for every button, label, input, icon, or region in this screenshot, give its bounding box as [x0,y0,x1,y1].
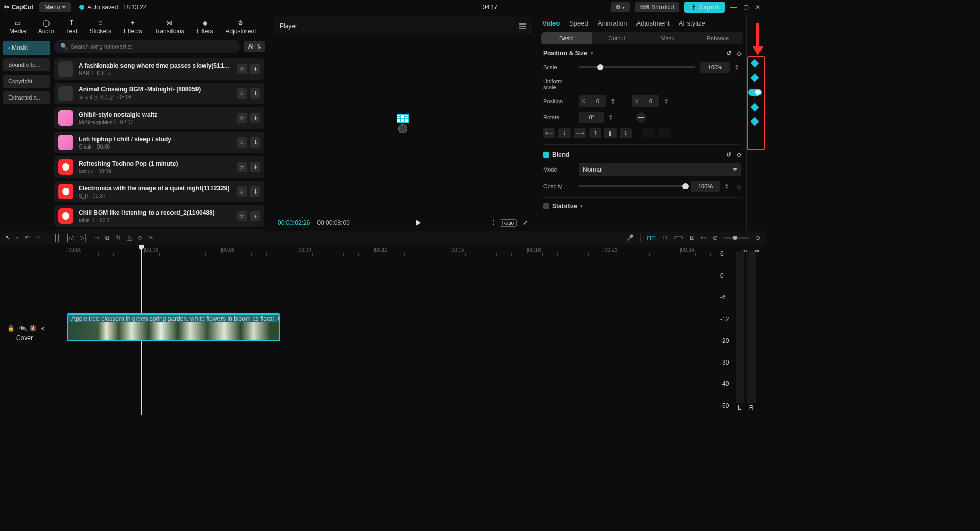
timeline-ruler[interactable]: |00:00|00:03|00:06|00:09|00:12|00:15|00:… [49,245,717,257]
rotate-stepper[interactable] [609,112,616,123]
kf-toggle[interactable] [748,89,762,96]
subtab-enhance[interactable]: Enhance [693,32,743,44]
category-music[interactable]: • Music [3,41,50,55]
menu-button[interactable]: Menu [39,2,71,12]
stabilize-checkbox[interactable] [543,203,549,209]
reset-icon[interactable]: ↺ [726,50,731,57]
opacity-value[interactable]: 100% [691,181,720,192]
zoom-out[interactable]: ⊖ [713,234,718,242]
preview-canvas[interactable] [398,116,407,121]
download-icon[interactable]: ＋ [250,211,260,221]
crop-tool[interactable]: ✂ [149,234,154,242]
redo-button[interactable]: ↷ [36,234,41,242]
tab-speed[interactable]: Speed [569,19,589,27]
play-button[interactable] [416,220,421,226]
split-tool[interactable]: ⎮⎮ [54,234,60,242]
tab-animation[interactable]: Animation [598,19,627,27]
align-left[interactable]: ⟸ [543,128,555,138]
export-button[interactable]: ⭱ Export [684,2,725,13]
category-copyright[interactable]: Copyright [3,75,50,88]
zoom-fit[interactable]: ⊙ [755,234,761,242]
align-bottom[interactable]: ⤓ [620,128,632,138]
align-top[interactable]: ⤒ [589,128,601,138]
blend-mode-select[interactable]: Normal [579,163,741,176]
copy-tool[interactable]: ⧉ [105,234,110,242]
reset-icon[interactable]: ↺ [726,151,731,158]
nav-audio[interactable]: ◯Audio [35,18,57,36]
favorite-icon[interactable]: ☆ [237,64,247,74]
mic-icon[interactable]: 🎤 [626,234,634,242]
minimize-icon[interactable]: — [730,4,737,11]
track-icon[interactable]: ▭ [701,234,706,242]
link-icon[interactable]: ⊂⊃ [673,234,683,242]
song-item[interactable]: Ghibli-style nostalgic waltz MaSssuguMus… [54,107,264,129]
align-center-v[interactable]: ⫿ [604,128,617,138]
rotate-dial[interactable]: — [636,112,646,123]
download-icon[interactable]: ⬇ [250,64,260,74]
nav-effects[interactable]: ✦Effects [120,18,145,36]
song-item[interactable]: A fashionable song where time passes slo… [54,58,264,80]
favorite-icon[interactable]: ☆ [237,137,247,148]
pointer-tool[interactable]: ↖ [5,234,10,242]
download-icon[interactable]: ⬇ [250,162,260,172]
mirror-tool[interactable]: △ [127,234,132,242]
align-center-h[interactable]: ⫶ [558,128,571,138]
subtab-mask[interactable]: Mask [642,32,693,44]
undo-button[interactable]: ↶ [24,234,30,242]
favorite-icon[interactable]: ☆ [237,162,247,172]
opacity-slider[interactable] [579,185,685,187]
download-icon[interactable]: ⬇ [250,88,260,99]
delete-tool[interactable]: ▭ [93,234,99,242]
subtab-basic[interactable]: Basic [541,32,592,44]
song-item[interactable]: Refreshing Techno Pop (1 minute) kazu☆ ·… [54,156,264,178]
download-icon[interactable]: ⬇ [250,113,260,123]
favorite-icon[interactable]: ☆ [237,88,247,99]
snap-icon[interactable]: ∺ [662,234,667,242]
pos-y-stepper[interactable] [665,95,671,107]
category-sound[interactable]: Sound effe… [3,58,50,71]
nav-filters[interactable]: ◆Filters [193,18,216,36]
collapse-icon[interactable]: « [41,325,44,332]
position-x[interactable]: X0 [579,95,606,107]
layout-button[interactable]: ⧉ ▾ [611,2,630,12]
align-dis-v[interactable] [658,128,671,138]
keyframe-icon[interactable]: ◇ [737,151,741,158]
position-y[interactable]: Y0 [632,95,659,107]
nav-stickers[interactable]: ☺Stickers [86,18,114,36]
scale-fit-icon[interactable]: ⛶ [487,219,494,227]
blend-checkbox[interactable] [543,152,549,158]
close-icon[interactable]: ✕ [754,4,762,11]
player-menu-icon[interactable] [519,23,526,29]
favorite-icon[interactable]: ☆ [237,211,247,221]
magnet-icon[interactable]: ⊓⊓ [647,234,656,242]
pos-x-stepper[interactable] [611,95,618,107]
shortcut-button[interactable]: ⌨ Shortcut [635,2,679,12]
video-clip[interactable]: Apple tree blossom in green spring garde… [67,313,280,341]
tab-ai-stylize[interactable]: AI stylize [679,19,705,27]
maximize-icon[interactable]: ▢ [742,4,749,11]
nav-text[interactable]: TText [63,18,80,36]
keyframe-icon[interactable]: ◇ [737,50,741,57]
fullscreen-icon[interactable]: ⤢ [523,219,528,227]
tab-adjustment[interactable]: Adjustment [636,19,670,27]
align-dis-h[interactable] [643,128,655,138]
keyframe-icon[interactable]: ◇ [737,183,741,190]
filter-all[interactable]: All ⇅ [244,41,265,52]
reverse-tool[interactable]: ↻ [116,234,121,242]
rotate-tool[interactable]: ◇ [138,234,142,242]
lock-icon[interactable]: 🔒 [7,325,15,332]
mute-icon[interactable]: 🔇 [29,325,37,332]
song-item[interactable]: Chill BGM like listening to a record_2(1… [54,205,264,227]
song-item[interactable]: Electronica with the image of a quiet ni… [54,181,264,202]
song-item[interactable]: Animal Crossing BGM -Midnight- (808059) … [54,83,264,104]
preview-icon[interactable]: ⊞ [690,234,695,242]
song-item[interactable]: Lofi hiphop / chill / sleep / study Chia… [54,132,264,153]
rotate-value[interactable]: 0° [579,112,604,123]
scale-value[interactable]: 100% [700,62,730,73]
ratio-button[interactable]: Ratio [500,219,517,227]
download-icon[interactable]: ⬇ [250,186,260,197]
split-left[interactable]: ⎮◁ [66,234,74,242]
split-right[interactable]: ▷⎮ [80,234,87,242]
favorite-icon[interactable]: ☆ [237,186,247,197]
song-item[interactable]: Relax organic chill just by listening b(… [54,230,264,231]
